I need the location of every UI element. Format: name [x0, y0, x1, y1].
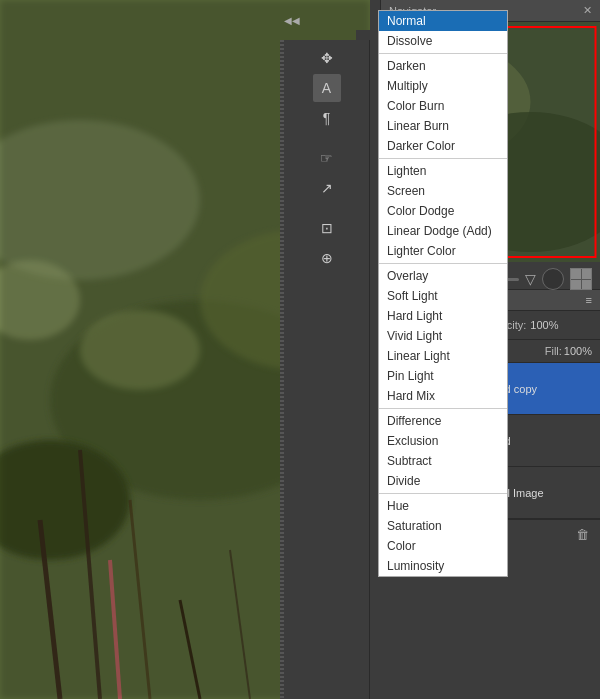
- grid-btn[interactable]: [570, 268, 592, 290]
- blend-item-hardmix[interactable]: Hard Mix: [379, 386, 507, 406]
- text-tool-btn[interactable]: A: [313, 74, 341, 102]
- blend-item-colorburn[interactable]: Color Burn: [379, 96, 507, 116]
- blend-item-darkercolor[interactable]: Darker Color: [379, 136, 507, 156]
- blend-item-saturation[interactable]: Saturation: [379, 516, 507, 536]
- blend-item-softlight[interactable]: Soft Light: [379, 286, 507, 306]
- move-tool-btn[interactable]: ✥: [313, 44, 341, 72]
- blend-item-vividlight[interactable]: Vivid Light: [379, 326, 507, 346]
- blend-item-pinlight[interactable]: Pin Light: [379, 366, 507, 386]
- blend-item-hardlight[interactable]: Hard Light: [379, 306, 507, 326]
- color-picker-icon[interactable]: [542, 268, 564, 290]
- side-toolbar: ✥ A ¶ ☞ ↗ ⊡ ⊕: [284, 40, 370, 699]
- delete-layer-btn[interactable]: 🗑: [572, 524, 592, 544]
- blend-item-luminosity[interactable]: Luminosity: [379, 556, 507, 576]
- collapse-panel-btn[interactable]: ◀◀: [284, 12, 300, 28]
- fill-label: Fill:: [545, 345, 562, 357]
- panel-arrows: ◀◀: [280, 0, 370, 40]
- zoom-in-btn[interactable]: ▽: [525, 271, 536, 287]
- blend-item-difference[interactable]: Difference: [379, 411, 507, 431]
- blend-item-linearlight[interactable]: Linear Light: [379, 346, 507, 366]
- blend-item-hue[interactable]: Hue: [379, 496, 507, 516]
- opacity-value: 100%: [530, 319, 558, 331]
- blend-separator-2: [379, 158, 507, 159]
- blend-item-dissolve[interactable]: Dissolve: [379, 31, 507, 51]
- blend-separator-3: [379, 263, 507, 264]
- layer-tool-btn[interactable]: ⊕: [313, 244, 341, 272]
- blend-separator-5: [379, 493, 507, 494]
- blend-item-lightercolor[interactable]: Lighter Color: [379, 241, 507, 261]
- blend-item-colordodge[interactable]: Color Dodge: [379, 201, 507, 221]
- paragraph-tool-btn[interactable]: ¶: [313, 104, 341, 132]
- fill-value: 100%: [564, 345, 592, 357]
- blend-item-darken[interactable]: Darken: [379, 56, 507, 76]
- blend-item-multiply[interactable]: Multiply: [379, 76, 507, 96]
- fill-control: Fill: 100%: [545, 345, 592, 357]
- blend-separator-4: [379, 408, 507, 409]
- blend-mode-dropdown[interactable]: Normal Dissolve Darken Multiply Color Bu…: [378, 10, 508, 577]
- blend-item-subtract[interactable]: Subtract: [379, 451, 507, 471]
- hand-tool-btn[interactable]: ☞: [313, 144, 341, 172]
- blend-item-overlay[interactable]: Overlay: [379, 266, 507, 286]
- blend-item-color[interactable]: Color: [379, 536, 507, 556]
- blend-item-lineardodge[interactable]: Linear Dodge (Add): [379, 221, 507, 241]
- layers-menu-btn[interactable]: ≡: [586, 294, 592, 306]
- blend-item-lighten[interactable]: Lighten: [379, 161, 507, 181]
- select-tool-btn[interactable]: ⊡: [313, 214, 341, 242]
- blend-item-divide[interactable]: Divide: [379, 471, 507, 491]
- navigator-close-btn[interactable]: ✕: [583, 4, 592, 17]
- blend-item-screen[interactable]: Screen: [379, 181, 507, 201]
- arrow-tool-btn[interactable]: ↗: [313, 174, 341, 202]
- blend-item-normal[interactable]: Normal: [379, 11, 507, 31]
- blend-item-linearburn[interactable]: Linear Burn: [379, 116, 507, 136]
- blend-item-exclusion[interactable]: Exclusion: [379, 431, 507, 451]
- blend-separator-1: [379, 53, 507, 54]
